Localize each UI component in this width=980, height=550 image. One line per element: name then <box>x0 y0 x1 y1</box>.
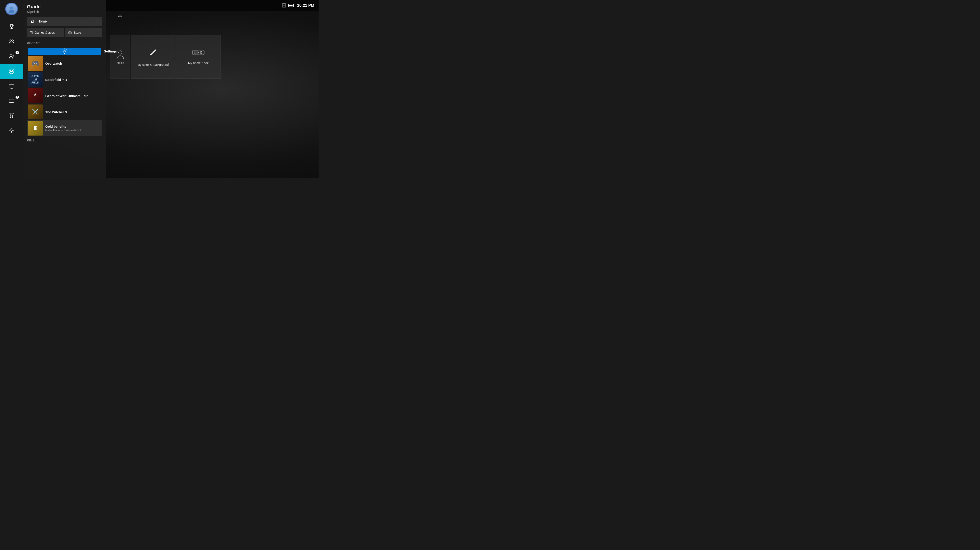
svg-rect-18 <box>9 99 14 103</box>
sidebar-item-friend-requests[interactable]: 1 <box>0 49 23 64</box>
store-icon: 🛍 <box>68 30 72 35</box>
profile-label: profile <box>117 62 124 65</box>
svg-point-23 <box>119 51 122 54</box>
overwatch-title: Overwatch <box>45 62 62 65</box>
battlefield-thumb-text: BATT-LEFIELD <box>32 75 39 84</box>
clock: 10:21 PM <box>297 3 314 8</box>
nav-row: ⊡ Games & apps 🛍 Store <box>27 28 102 37</box>
gamepad-icon: ⊡ <box>30 30 33 35</box>
overwatch-item-info: Overwatch <box>45 62 62 65</box>
tile-profile-partial[interactable]: profile <box>110 35 130 79</box>
sidebar: 1 7 <box>0 0 23 178</box>
download-icon <box>282 3 286 8</box>
chat-icon <box>8 98 15 104</box>
gold-subtitle: Mafia III now in Deals with Gold <box>45 129 82 132</box>
sidebar-item-party[interactable] <box>0 108 23 123</box>
gold-item-info: Gold benefits Mafia III now in Deals wit… <box>45 125 82 132</box>
svg-point-20 <box>11 130 12 132</box>
store-label: Store <box>74 31 81 34</box>
messages-badge: 7 <box>16 96 19 98</box>
pen-icon <box>148 47 159 60</box>
svg-point-21 <box>64 50 65 52</box>
home-xbox-text: My home Xbox <box>188 61 208 65</box>
gears-thumb-icon <box>32 92 38 99</box>
witcher-thumb-icon: ⚔️ <box>32 109 39 116</box>
profile-partial-icon <box>116 49 125 60</box>
gold-title: Gold benefits <box>45 125 82 128</box>
recent-list: Settings 🎮 Overwatch BATT-LEFIELD Battle… <box>27 47 102 136</box>
svg-rect-15 <box>9 85 14 88</box>
pins-section-label: Pins <box>27 139 102 142</box>
list-item[interactable]: Settings <box>27 47 102 55</box>
guide-panel: Guide SlipPitch Home ⊡ Games & apps 🛍 St… <box>23 0 106 178</box>
color-background-text: My color & background <box>137 63 169 67</box>
settings-item-info: Settings <box>104 49 117 53</box>
gold-thumb-icon <box>32 125 38 132</box>
svg-rect-4 <box>293 5 294 6</box>
gears-item-info: Gears of War: Ultimate Edit... <box>45 94 91 98</box>
svg-point-6 <box>9 10 14 13</box>
avatar-icon <box>8 5 16 13</box>
svg-point-9 <box>10 40 11 41</box>
svg-rect-22 <box>34 128 37 130</box>
home-xbox-label: My home Xbox <box>188 61 208 65</box>
gear-icon <box>8 128 15 134</box>
friend-requests-badge: 1 <box>16 51 19 54</box>
svg-point-19 <box>11 115 13 117</box>
sidebar-item-messages[interactable]: 7 <box>0 94 23 108</box>
trophy-icon <box>8 24 15 30</box>
tile-home-xbox[interactable]: My home Xbox <box>176 35 221 79</box>
overwatch-thumb-icon: 🎮 <box>31 60 40 67</box>
tiles-row: profile My color & background <box>110 35 314 79</box>
sidebar-item-achievements[interactable] <box>0 19 23 34</box>
console-svg-icon <box>192 48 205 56</box>
witcher-thumbnail: ⚔️ <box>28 105 43 119</box>
tv-icon <box>8 83 15 89</box>
games-label: Games & apps <box>35 31 55 34</box>
list-item[interactable]: Gears of War: Ultimate Edit... <box>27 88 102 104</box>
guide-title: Guide <box>27 4 102 10</box>
svg-point-10 <box>11 40 13 41</box>
overwatch-thumbnail: 🎮 <box>28 56 43 71</box>
home-label: Home <box>37 19 47 24</box>
list-item[interactable]: Gold benefits Mafia III now in Deals wit… <box>27 120 102 136</box>
battlefield-thumbnail: BATT-LEFIELD <box>28 72 43 87</box>
svg-rect-3 <box>289 5 293 6</box>
color-background-label: My color & background <box>137 63 169 67</box>
list-item[interactable]: ⚔️ The Witcher 3 <box>27 104 102 120</box>
svg-point-5 <box>10 6 13 10</box>
svg-point-26 <box>200 52 202 53</box>
avatar-face <box>6 3 17 14</box>
settings-title: Settings <box>104 49 117 53</box>
avatar[interactable] <box>5 3 18 15</box>
sidebar-item-friends[interactable] <box>0 34 23 49</box>
witcher-item-info: The Witcher 3 <box>45 110 67 114</box>
sidebar-item-xbox[interactable] <box>0 64 23 79</box>
settings-thumbnail <box>28 48 101 55</box>
console-icon <box>192 48 205 58</box>
sidebar-item-settings[interactable] <box>0 123 23 138</box>
list-item[interactable]: 🎮 Overwatch <box>27 55 102 71</box>
battlefield-item-info: Battlefield™ 1 <box>45 78 67 82</box>
svg-point-11 <box>10 55 12 57</box>
xbox-icon <box>8 68 15 74</box>
battlefield-title: Battlefield™ 1 <box>45 78 67 82</box>
tile-color-background[interactable]: My color & background <box>130 35 175 79</box>
nav-home-button[interactable]: Home <box>27 17 102 26</box>
witcher-title: The Witcher 3 <box>45 110 67 114</box>
guide-username: SlipPitch <box>27 10 102 14</box>
battery-icon <box>288 4 294 7</box>
recent-section-label: Recent <box>27 41 102 45</box>
gears-title: Gears of War: Ultimate Edit... <box>45 94 91 98</box>
main-content: profile My color & background <box>106 11 318 178</box>
games-apps-button[interactable]: ⊡ Games & apps <box>27 28 64 37</box>
home-icon <box>30 19 35 24</box>
pen-svg-icon <box>148 47 159 58</box>
gold-thumbnail <box>28 120 43 136</box>
friends-icon <box>8 38 15 44</box>
list-item[interactable]: BATT-LEFIELD Battlefield™ 1 <box>27 72 102 87</box>
svg-rect-25 <box>194 51 198 54</box>
store-button[interactable]: 🛍 Store <box>65 28 102 37</box>
sidebar-item-tv[interactable] <box>0 79 23 94</box>
status-icons <box>282 3 294 8</box>
